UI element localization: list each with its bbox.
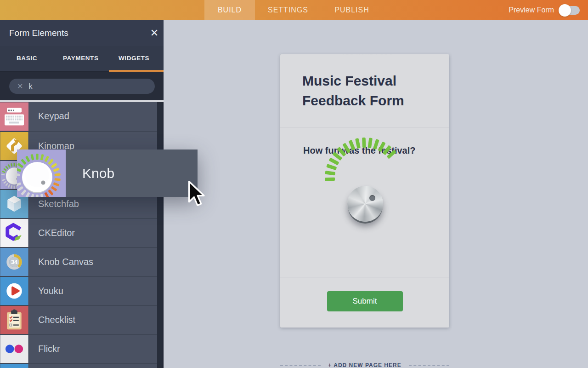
knob-icon-large <box>17 150 66 197</box>
keypad-icon <box>0 102 28 131</box>
tab-widgets[interactable]: WIDGETS <box>119 46 149 71</box>
form-canvas: + ADD YOUR LOGO Music Festival Feedback … <box>164 20 588 368</box>
app-window: BUILD SETTINGS PUBLISH Preview Form Form… <box>0 0 588 368</box>
form-card: Music Festival Feedback Form How fun was… <box>280 54 449 328</box>
widget-item-partial[interactable] <box>0 363 157 368</box>
svg-text:34: 34 <box>11 259 18 265</box>
widget-label: Keypad <box>38 102 157 131</box>
preview-form-label: Preview Form <box>509 6 554 14</box>
widget-item-flickr[interactable]: Flickr <box>0 334 157 363</box>
knob-canvas-icon: 34 <box>0 248 28 276</box>
widget-item-knob-canvas[interactable]: 34 Knob Canvas <box>0 247 157 276</box>
knob-question-block[interactable]: How fun was the festival? <box>280 128 449 277</box>
search-area: ✕ <box>0 72 164 100</box>
widget-label: CKEditor <box>38 219 157 247</box>
tab-publish[interactable]: PUBLISH <box>321 0 383 20</box>
widget-item-ckeditor[interactable]: CKEditor <box>0 218 157 247</box>
checklist-icon <box>0 306 28 334</box>
partial-icon <box>0 364 28 368</box>
preview-form-toggle[interactable] <box>559 6 580 15</box>
widget-label: Flickr <box>38 335 157 363</box>
toggle-knob <box>559 4 571 17</box>
panel-tabs: BASIC PAYMENTS WIDGETS <box>0 46 164 72</box>
list-scrollbar[interactable] <box>157 103 163 367</box>
knob-control[interactable] <box>347 186 383 222</box>
panel-title: Form Elements <box>9 28 145 38</box>
top-bar: BUILD SETTINGS PUBLISH Preview Form <box>0 0 588 20</box>
widget-item-checklist[interactable]: Checklist <box>0 305 157 334</box>
widget-item-keypad[interactable]: Keypad <box>0 102 157 131</box>
drag-ghost-label: Knob <box>82 150 198 197</box>
close-icon[interactable]: ✕ <box>145 27 164 39</box>
widget-label: Checklist <box>38 306 157 334</box>
add-new-page-label: + ADD NEW PAGE HERE <box>328 362 401 368</box>
search-input[interactable] <box>28 82 139 91</box>
search-field[interactable]: ✕ <box>9 79 155 94</box>
tab-basic[interactable]: BASIC <box>17 46 37 71</box>
widget-item-youku[interactable]: Youku <box>0 276 157 305</box>
submit-block: Submit <box>280 278 449 328</box>
panel-header: Form Elements ✕ <box>0 20 164 46</box>
flickr-icon <box>0 335 28 363</box>
ckeditor-icon <box>0 219 28 247</box>
tab-build[interactable]: BUILD <box>204 0 255 20</box>
knob-indicator-dot <box>369 195 375 201</box>
submit-button[interactable]: Submit <box>327 291 403 311</box>
clear-search-icon[interactable]: ✕ <box>17 83 23 90</box>
youku-icon <box>0 277 28 305</box>
widget-list: Keypad Kinomap Knob <box>0 102 164 368</box>
mouse-cursor-icon <box>188 180 206 209</box>
drag-ghost-knob[interactable]: Knob <box>17 150 198 197</box>
widget-label: Knob Canvas <box>38 248 157 276</box>
dashed-line <box>280 365 321 366</box>
add-new-page-button[interactable]: + ADD NEW PAGE HERE <box>280 362 449 368</box>
tab-settings[interactable]: SETTINGS <box>255 0 321 20</box>
widget-label <box>38 364 157 368</box>
dashed-line <box>409 365 449 366</box>
tab-payments[interactable]: PAYMENTS <box>63 46 99 71</box>
list-scrollbar-edge <box>163 102 164 368</box>
drag-ghost-bar: Knob <box>66 150 198 197</box>
widget-label: Youku <box>38 277 157 305</box>
drag-ghost-tile <box>17 150 66 197</box>
